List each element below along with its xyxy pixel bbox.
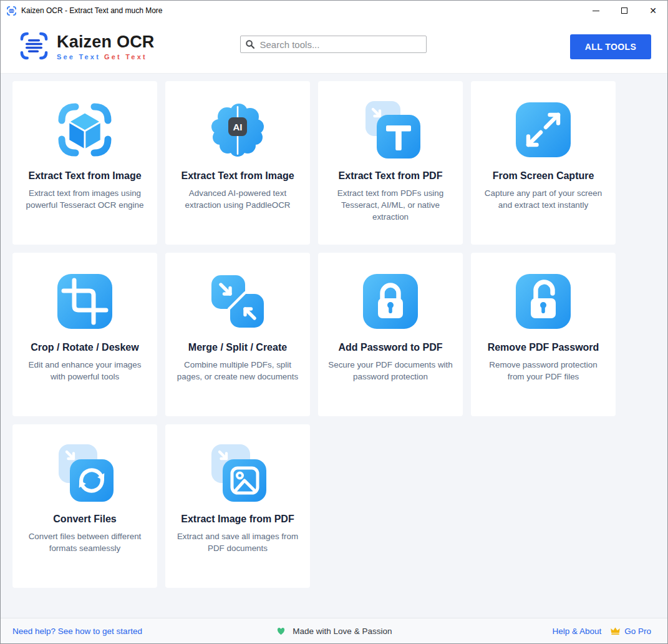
tagline-get-text: Get Text [104, 53, 147, 61]
tool-card-title: Merge / Split / Create [175, 342, 301, 353]
tool-card-convert-files[interactable]: Convert Files Convert files between diff… [12, 424, 157, 588]
go-pro-label: Go Pro [624, 627, 651, 636]
image-extract-icon [175, 442, 301, 504]
tool-card-crop-rotate-deskew[interactable]: Crop / Rotate / Deskew Edit and enhance … [12, 253, 157, 416]
search-box [240, 36, 427, 53]
ai-badge: AI [233, 122, 243, 132]
cube-scan-icon [22, 99, 148, 161]
tools-grid: Extract Text from Image Extract text fro… [12, 81, 667, 588]
tool-card-description: Edit and enhance your images with powerf… [22, 359, 148, 383]
made-with-text: Made with Love & Passion [293, 627, 392, 636]
app-window: Kaizen OCR - Extract Text and much More … [0, 0, 668, 644]
minimize-icon [593, 11, 599, 11]
logo-text: Kaizen OCR See TextGet Text [57, 33, 155, 60]
tool-card-description: Remove password protection from your PDF… [480, 359, 606, 383]
tool-card-extract-image-pdf[interactable]: Extract Image from PDF Extract and save … [165, 424, 310, 588]
merge-split-icon [175, 270, 301, 333]
screen-capture-icon [480, 99, 606, 161]
maximize-button[interactable] [610, 1, 639, 21]
tagline-see-text: See Text [57, 53, 100, 61]
tool-card-description: Advanced AI-powered text extraction usin… [175, 187, 301, 211]
go-pro-link[interactable]: Go Pro [610, 627, 651, 636]
ai-brain-icon: AI [175, 99, 301, 161]
maximize-icon [621, 7, 627, 14]
tool-card-title: Add Password to PDF [327, 342, 453, 353]
tool-card-screen-capture[interactable]: From Screen Capture Capture any part of … [471, 81, 616, 245]
logo-tagline: See TextGet Text [57, 53, 155, 61]
unlock-icon [480, 270, 606, 333]
tool-card-extract-text-tesseract[interactable]: Extract Text from Image Extract text fro… [12, 81, 157, 245]
titlebar: Kaizen OCR - Extract Text and much More … [1, 1, 667, 21]
convert-icon [22, 442, 148, 504]
app-logo: Kaizen OCR See TextGet Text [19, 31, 155, 63]
kaizen-logo-icon [19, 31, 49, 63]
tool-card-description: Capture any part of your screen and extr… [480, 187, 606, 211]
tool-card-description: Extract text from images using powerful … [22, 187, 148, 211]
tool-card-title: Convert Files [22, 514, 148, 525]
footer-right: Help & About Go Pro [552, 627, 651, 636]
all-tools-button[interactable]: ALL TOOLS [570, 34, 651, 59]
search-icon [245, 39, 255, 49]
app-icon [6, 6, 17, 16]
need-help-link[interactable]: Need help? See how to get started [12, 627, 142, 636]
help-about-link[interactable]: Help & About [552, 627, 601, 636]
tool-card-title: Extract Text from PDF [327, 170, 453, 182]
tool-card-title: Extract Text from Image [22, 170, 148, 182]
tool-card-title: From Screen Capture [480, 170, 606, 182]
logo-name: Kaizen OCR [57, 33, 155, 51]
close-button[interactable]: ✕ [639, 1, 667, 21]
tool-card-remove-password[interactable]: Remove PDF Password Remove password prot… [471, 253, 616, 416]
window-controls: ✕ [581, 1, 667, 21]
tool-card-title: Crop / Rotate / Deskew [22, 342, 148, 353]
pdf-text-icon [327, 99, 453, 161]
tool-card-description: Extract and save all images from PDF doc… [175, 530, 301, 554]
tool-card-description: Convert files between different formats … [22, 530, 148, 554]
tool-card-merge-split-create[interactable]: Merge / Split / Create Combine multiple … [165, 253, 310, 416]
window-title: Kaizen OCR - Extract Text and much More [21, 6, 163, 15]
tool-card-title: Remove PDF Password [480, 342, 606, 353]
tool-card-description: Extract text from PDFs using Tesseract, … [327, 187, 453, 223]
close-icon: ✕ [649, 6, 657, 15]
crown-icon [610, 627, 621, 635]
crop-icon [22, 270, 148, 333]
tool-card-extract-text-paddleocr[interactable]: AI Extract Text from Image Advanced AI-p… [165, 81, 310, 245]
minimize-button[interactable] [581, 1, 610, 21]
heart-icon [276, 627, 286, 636]
footer: Need help? See how to get started Made w… [1, 618, 667, 643]
tool-card-description: Combine multiple PDFs, split pages, or c… [175, 359, 301, 383]
tool-card-title: Extract Image from PDF [175, 514, 301, 525]
tool-card-description: Secure your PDF documents with password … [327, 359, 453, 383]
search-input[interactable] [240, 36, 427, 53]
header: Kaizen OCR See TextGet Text ALL TOOLS [1, 21, 667, 74]
tool-card-extract-text-pdf[interactable]: Extract Text from PDF Extract text from … [318, 81, 463, 245]
tool-card-add-password[interactable]: Add Password to PDF Secure your PDF docu… [318, 253, 463, 416]
main-content: Extract Text from Image Extract text fro… [1, 74, 667, 618]
lock-icon [327, 270, 453, 333]
tool-card-title: Extract Text from Image [175, 170, 301, 182]
